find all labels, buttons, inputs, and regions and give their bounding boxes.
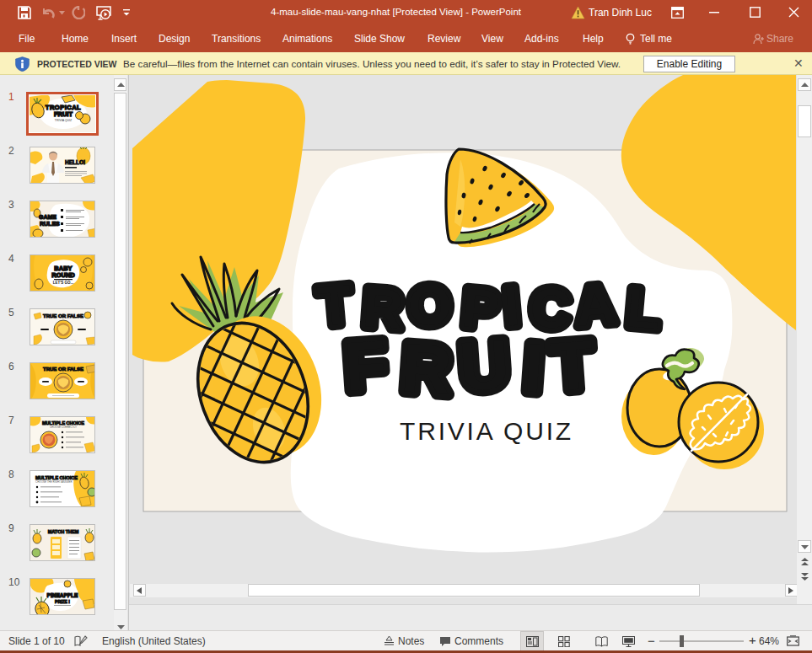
svg-text:HELLO!: HELLO! xyxy=(65,159,85,165)
svg-text:ROUND: ROUND xyxy=(51,271,75,279)
svg-text:CHOOSE THE RIGHT ANSWER: CHOOSE THE RIGHT ANSWER xyxy=(35,480,73,484)
svg-text:TRUE OR FALSE: TRUE OR FALSE xyxy=(43,313,83,318)
svg-text:PRIZE !: PRIZE ! xyxy=(55,599,70,604)
svg-text:GAME: GAME xyxy=(39,214,56,220)
svg-text:TRIVIA QUIZ: TRIVIA QUIZ xyxy=(55,119,73,122)
svg-text:FRUIT: FRUIT xyxy=(54,110,73,118)
svg-text:RULES: RULES xyxy=(40,221,60,227)
svg-text:CHOOSE CORRECTLY: CHOOSE CORRECTLY xyxy=(50,426,77,429)
svg-text:TRIVIA QUIZ: TRIVIA QUIZ xyxy=(400,417,573,445)
svg-text:MATCH THEM: MATCH THEM xyxy=(48,529,79,534)
svg-text:PINEAPPLE: PINEAPPLE xyxy=(47,592,79,598)
svg-text:FRUIT: FRUIT xyxy=(341,324,607,409)
svg-text:LET'S GO...: LET'S GO... xyxy=(53,281,74,285)
svg-text:TRUE OR FALSE: TRUE OR FALSE xyxy=(43,367,83,372)
